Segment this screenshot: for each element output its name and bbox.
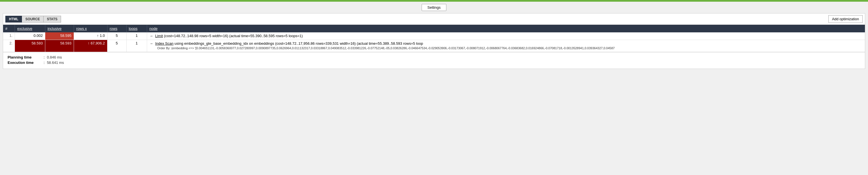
row-2-exclusive: 58.593 [15,40,45,52]
col-header-exclusive: exclusive [15,25,45,32]
row-1-node-text: (cost=148.72..148.98 rows=5 width=16) (a… [163,34,303,38]
row-1-node-link[interactable]: Limit [155,34,163,38]
settings-button[interactable]: Settings [422,4,447,11]
table-row: 1. 0.002 58.595 ↑ 1.0 5 1 → Limit (cost=… [3,32,865,40]
row-2-node-link[interactable]: Index Scan [155,41,174,46]
row-2-rows: 5 [107,40,126,52]
execution-time-label: Execution time [8,60,41,65]
row-1-rows-x: ↑ 1.0 [74,32,107,40]
planning-time-row: Planning time : 0.846 ms [8,55,860,59]
main-container: HTML SOURCE STATS Add optimization # exc… [3,13,865,69]
row-1-arrow: → [149,34,153,38]
col-header-loops: loops [126,25,147,32]
table-row: 2. 58.593 58.593 ↑ 67,906.2 5 1 → Index … [3,40,865,52]
row-2-node: → Index Scan using embeddings_gte_base_e… [147,40,865,52]
col-header-num: # [3,25,15,32]
row-1-inclusive: 58.595 [45,32,74,40]
planning-sep: : [43,55,45,59]
row-2-node-text: using embeddings_gte_base_embedding_idx … [174,41,423,46]
row-2-num: 2. [3,40,15,52]
row-1-exclusive: 0.002 [15,32,45,40]
row-1-node: → Limit (cost=148.72..148.98 rows=5 widt… [147,32,865,40]
tab-stats[interactable]: STATS [43,16,61,23]
tab-html[interactable]: HTML [5,16,22,23]
plan-table: # exclusive inclusive rows x rows loops … [3,25,865,52]
row-1-loops: 1 [126,32,147,40]
col-header-rows: rows [107,25,126,32]
tabs: HTML SOURCE STATS [5,16,61,23]
table-header-row: # exclusive inclusive rows x rows loops … [3,25,865,32]
add-optimization-button[interactable]: Add optimization [828,15,863,23]
row-2-loops: 1 [126,40,147,52]
col-header-inclusive: inclusive [45,25,74,32]
settings-bar: Settings [0,2,868,13]
row-2-inclusive: 58.593 [45,40,74,52]
stats-section: Planning time : 0.846 ms Execution time … [3,52,865,69]
row-2-rows-x: ↑ 67,906.2 [74,40,107,52]
row-2-node-line2: Order By: (embedding <=> '[0.004651131,-… [149,46,863,50]
execution-time-row: Execution time : 58.641 ms [8,60,860,65]
col-header-node: node [147,25,865,32]
row-1-num: 1. [3,32,15,40]
row-2-arrow: → [149,41,153,46]
row-1-rows: 5 [107,32,126,40]
toolbar: HTML SOURCE STATS Add optimization [3,13,865,25]
planning-time-value: 0.846 ms [47,55,62,59]
execution-sep: : [43,60,45,65]
execution-time-value: 58.641 ms [47,60,64,65]
tab-source[interactable]: SOURCE [22,16,43,23]
planning-time-label: Planning time [8,55,41,59]
col-header-rows-x: rows x [74,25,107,32]
